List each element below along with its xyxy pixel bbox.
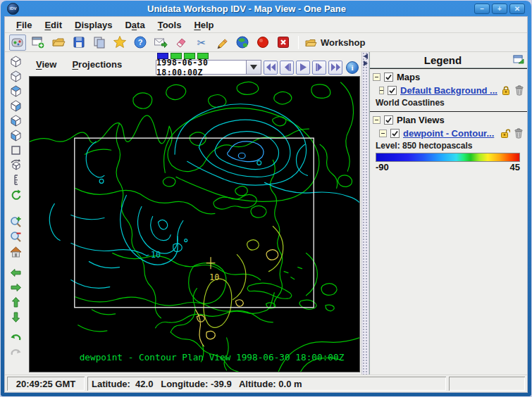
pan-down-button[interactable] <box>7 310 24 324</box>
collapse-right-icon[interactable] <box>364 61 368 66</box>
close-button[interactable]: ✕ <box>509 4 525 14</box>
view-cube-perspective-button[interactable] <box>7 54 24 69</box>
collapse-dewpoint-button[interactable] <box>379 130 387 137</box>
cube-left-face-icon <box>9 129 23 142</box>
ruler-icon <box>9 173 23 187</box>
open-button[interactable] <box>50 34 67 51</box>
view-cube-right-button[interactable] <box>7 99 24 113</box>
colorbar-min-label: -90 <box>376 162 389 172</box>
panel-splitter[interactable] <box>361 52 369 374</box>
dashboard-button[interactable] <box>9 34 26 51</box>
view-cube-front-button[interactable] <box>7 113 24 128</box>
float-legend-icon[interactable] <box>513 55 524 65</box>
background-maps-checkbox[interactable] <box>388 86 397 95</box>
star-icon <box>113 35 127 49</box>
open-folder-icon <box>51 35 66 49</box>
bounding-box-button[interactable] <box>7 143 24 158</box>
default-background-link[interactable]: Default Background ... <box>400 85 497 96</box>
view-cube-overhead-button[interactable] <box>7 69 24 84</box>
play-icon <box>300 63 307 71</box>
clock-status: 20:49:25 GMT <box>7 377 85 391</box>
menu-displays[interactable]: Displays <box>69 18 118 32</box>
contour-label-negative: -10 <box>146 249 161 259</box>
collapse-plan-views-button[interactable] <box>373 116 381 124</box>
step-forward-button[interactable] <box>312 61 326 75</box>
pan-right-button[interactable] <box>7 280 24 295</box>
pan-up-button[interactable] <box>7 295 24 310</box>
contour-label-positive: 10 <box>209 272 219 282</box>
time-selector[interactable]: 1998-06-30 18:00:00Z <box>156 60 261 75</box>
draw-button[interactable] <box>214 34 230 51</box>
exit-button[interactable] <box>275 34 292 51</box>
dewpoint-colorbar[interactable] <box>376 153 520 162</box>
copy-button[interactable] <box>91 34 108 51</box>
menu-data[interactable]: Data <box>119 18 150 32</box>
play-button[interactable] <box>296 61 310 75</box>
window-title: Unidata Workshop IDV - Map View - One Pa… <box>19 4 474 14</box>
map-canvas[interactable]: -10 10 dewpoint - Contour Plan View 1998… <box>29 76 360 372</box>
workshop-label: Workshop <box>321 37 365 48</box>
svg-text:✂: ✂ <box>197 37 206 49</box>
view-cube-left-button[interactable] <box>7 128 24 143</box>
application-window: IDV Unidata Workshop IDV - Map View - On… <box>1 1 531 396</box>
redo-icon <box>9 346 23 360</box>
zoom-in-button[interactable] <box>7 215 24 229</box>
main-toolbar: ? ✂ <box>5 33 527 52</box>
pan-left-button[interactable] <box>7 265 24 280</box>
info-button[interactable]: i <box>346 61 359 74</box>
new-window-button[interactable] <box>30 34 47 51</box>
stop-loads-button[interactable] <box>254 34 271 51</box>
lock-closed-icon[interactable] <box>501 85 511 96</box>
collapse-left-icon[interactable] <box>364 53 368 59</box>
menu-file[interactable]: File <box>11 18 37 32</box>
maximize-button[interactable]: + <box>492 4 507 14</box>
menu-edit[interactable]: Edit <box>39 18 68 32</box>
trash-icon[interactable] <box>515 85 524 96</box>
lock-open-icon[interactable] <box>500 128 510 139</box>
undo-button[interactable] <box>7 331 24 346</box>
favorites-button[interactable] <box>111 34 128 51</box>
view-cube-top-button[interactable] <box>7 84 24 99</box>
collapse-maps-button[interactable] <box>373 73 381 81</box>
menu-projections[interactable]: Projections <box>66 58 128 71</box>
vertical-scale-button[interactable] <box>7 172 24 187</box>
dewpoint-contour-link[interactable]: dewpoint - Contour... <box>403 128 494 139</box>
go-first-button[interactable] <box>264 61 278 75</box>
menu-view[interactable]: View <box>30 58 62 71</box>
time-value: 1998-06-30 18:00:00Z <box>156 60 246 75</box>
erase-button[interactable] <box>173 34 190 51</box>
workshop-group[interactable]: Workshop <box>305 37 365 48</box>
menu-help[interactable]: Help <box>188 18 219 32</box>
dewpoint-visibility-checkbox[interactable] <box>390 129 400 138</box>
help-button[interactable]: ? <box>132 34 149 51</box>
time-dropdown-button[interactable] <box>246 60 261 75</box>
view-panel-menus: ViewProjections <box>30 56 128 73</box>
rotate-view-button[interactable] <box>7 158 24 172</box>
minimize-button[interactable]: – <box>474 4 490 14</box>
collapse-background-maps-button[interactable] <box>379 87 384 94</box>
plan-views-visibility-checkbox[interactable] <box>384 115 393 125</box>
menu-tools[interactable]: Tools <box>152 18 187 32</box>
go-last-button[interactable] <box>328 61 342 75</box>
globe-button[interactable] <box>234 34 251 51</box>
trash-icon[interactable] <box>514 128 523 139</box>
cut-button[interactable]: ✂ <box>193 34 210 51</box>
zoom-out-button[interactable] <box>7 229 24 244</box>
redo-button[interactable] <box>7 346 24 360</box>
support-button[interactable] <box>152 34 169 51</box>
home-view-button[interactable] <box>7 244 24 259</box>
refresh-button[interactable] <box>7 187 24 202</box>
save-icon <box>72 35 86 49</box>
save-button[interactable] <box>70 34 87 51</box>
title-bar[interactable]: IDV Unidata Workshop IDV - Map View - On… <box>4 1 528 16</box>
step-back-button[interactable] <box>280 61 294 75</box>
colorbar-max-label: 45 <box>510 162 520 172</box>
cube-top-face-icon <box>9 84 23 98</box>
toolbar-separator <box>298 36 299 49</box>
new-window-icon <box>31 35 45 49</box>
home-icon <box>9 245 23 258</box>
cube-wireframe-icon <box>9 55 23 68</box>
zoom-out-icon <box>9 230 23 244</box>
arrow-left-icon <box>9 266 23 279</box>
maps-visibility-checkbox[interactable] <box>384 73 393 82</box>
